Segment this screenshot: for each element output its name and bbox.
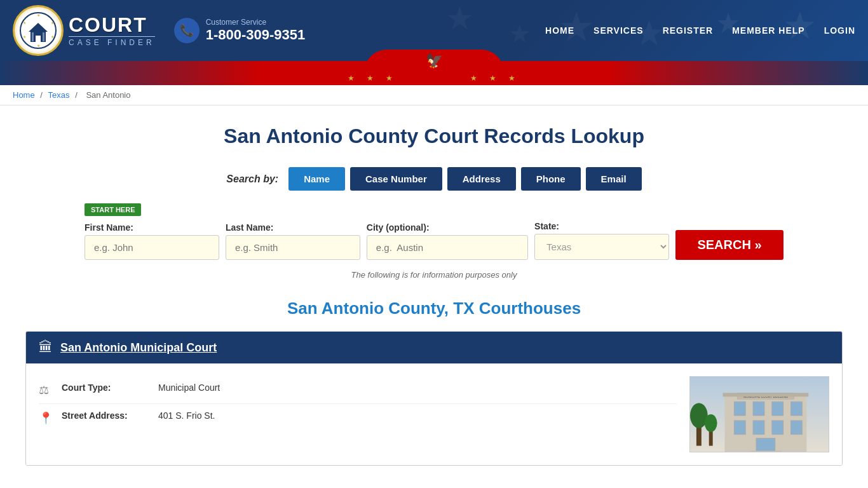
breadcrumb-home[interactable]: Home [13,90,35,100]
stars-row: ★ ★ ★ ★ ★ ★ [348,74,521,83]
search-by-label: Search by: [226,173,278,185]
page-title: San Antonio County Court Records Lookup [25,125,843,148]
nav-register[interactable]: REGISTER [663,25,714,36]
court-type-row: ⚖ Court Type: Municipal Court [39,376,677,404]
court-type-value: Municipal Court [158,383,220,393]
logo-icon: ★ ★ ★ ★ ★ ★ [13,5,64,56]
gavel-icon: ⚖ [39,383,54,397]
courthouse-photo: MUNICIPAL COURT BUILDING [689,376,829,452]
svg-text:★: ★ [23,21,26,25]
svg-rect-9 [36,36,41,42]
nav-member-help[interactable]: MEMBER HELP [732,25,804,36]
svg-rect-20 [772,402,783,416]
main-nav: HOME SERVICES REGISTER MEMBER HELP LOGIN [545,25,855,36]
last-name-group: Last Name: [226,222,360,260]
street-address-label: Street Address: [62,410,151,421]
svg-rect-22 [734,421,745,435]
main-content: San Antonio County Court Records Lookup … [0,105,868,488]
breadcrumb: Home / Texas / San Antonio [0,85,868,105]
eagle-stripe: 🦅 ★ ★ ★ ★ ★ ★ [0,61,868,85]
state-label: State: [534,221,669,231]
city-input[interactable] [367,235,528,260]
tab-email[interactable]: Email [586,167,642,191]
breadcrumb-state[interactable]: Texas [48,90,70,100]
state-group: State: AlabamaAlaskaArizonaArkansasCalif… [534,221,669,260]
form-fields-row: First Name: Last Name: City (optional): … [85,221,783,260]
nav-home[interactable]: HOME [545,25,574,36]
svg-text:★: ★ [51,35,54,39]
header-top: ★ ★ ★ ★ ★ ★ COURT CASE FINDER [0,0,868,61]
street-address-row: 📍 Street Address: 401 S. Frio St. [39,404,677,431]
nav-login[interactable]: LOGIN [824,25,855,36]
svg-text:★: ★ [37,13,40,17]
svg-rect-24 [772,421,783,435]
svg-text:★: ★ [51,21,54,25]
street-address-value: 401 S. Frio St. [158,410,215,421]
tab-case-number[interactable]: Case Number [350,167,442,191]
phone-label: Customer Service [206,18,306,27]
svg-text:★: ★ [23,35,26,39]
site-header: ★ ★ ★ ★ ★ ★ ★ ★ ★ ★ ★ ★ [0,0,868,85]
courthouse-header: 🏛 San Antonio Municipal Court [26,332,842,363]
svg-rect-10 [32,32,34,41]
courthouse-icon: 🏛 [39,339,53,356]
logo-text: COURT CASE FINDER [69,15,155,47]
courthouse-body: ⚖ Court Type: Municipal Court 📍 Street A… [26,363,842,465]
courthouse-name[interactable]: San Antonio Municipal Court [60,341,217,355]
first-name-label: First Name: [85,222,219,233]
svg-rect-19 [753,402,764,416]
nav-services[interactable]: SERVICES [593,25,644,36]
start-here-badge: START HERE [85,203,141,216]
svg-rect-29 [723,393,809,396]
breadcrumb-city: San Antonio [86,90,130,100]
first-name-input[interactable] [85,235,219,260]
first-name-group: First Name: [85,222,219,260]
phone-details: Customer Service 1-800-309-9351 [206,18,306,43]
court-type-label: Court Type: [62,383,151,393]
breadcrumb-sep1: / [40,90,44,100]
logo-case-finder-label: CASE FINDER [69,36,155,47]
phone-number: 1-800-309-9351 [206,27,306,43]
disclaimer: The following is for information purpose… [85,270,783,280]
svg-text:★: ★ [37,44,40,48]
courthouse-card: 🏛 San Antonio Municipal Court ⚖ Court Ty… [25,331,843,466]
courthouses-title: San Antonio County, TX Courthouses [25,299,843,318]
last-name-input[interactable] [226,235,360,260]
svg-rect-21 [791,402,803,416]
city-label: City (optional): [367,222,528,233]
svg-marker-8 [29,23,48,32]
search-button[interactable]: SEARCH » [675,230,783,260]
city-group: City (optional): [367,222,528,260]
svg-rect-23 [753,421,764,435]
last-name-label: Last Name: [226,222,360,233]
svg-point-16 [705,414,717,432]
logo-area: ★ ★ ★ ★ ★ ★ COURT CASE FINDER [13,5,155,56]
svg-rect-25 [791,421,803,435]
location-icon: 📍 [39,411,54,425]
breadcrumb-sep2: / [75,90,79,100]
search-form: START HERE First Name: Last Name: City (… [85,203,783,280]
phone-area: 📞 Customer Service 1-800-309-9351 [174,18,306,43]
search-by-row: Search by: Name Case Number Address Phon… [25,167,843,191]
courthouse-details: ⚖ Court Type: Municipal Court 📍 Street A… [39,376,677,452]
svg-rect-32 [690,452,829,452]
phone-icon: 📞 [174,18,200,43]
tab-name[interactable]: Name [288,167,345,191]
svg-rect-18 [734,402,745,416]
tab-address[interactable]: Address [447,167,516,191]
svg-rect-11 [43,32,44,41]
logo-court-label: COURT [69,15,155,35]
tab-phone[interactable]: Phone [521,167,581,191]
svg-rect-26 [756,438,775,452]
svg-rect-30 [750,451,782,452]
state-select[interactable]: AlabamaAlaskaArizonaArkansasCaliforniaCo… [534,234,669,260]
